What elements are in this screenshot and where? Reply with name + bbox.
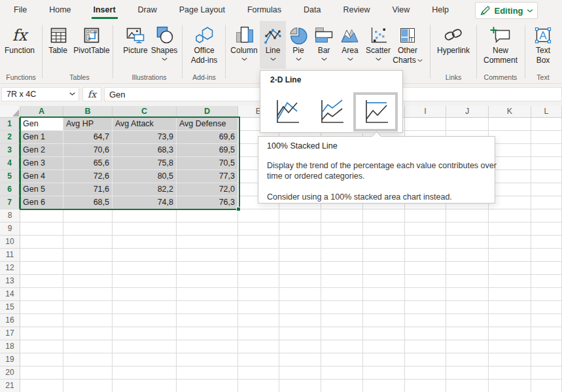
cell-C11[interactable] [113, 249, 177, 262]
cell-K19[interactable] [489, 353, 531, 366]
cell-A3[interactable]: Gen 2 [20, 144, 63, 157]
cell-L1[interactable] [531, 118, 562, 131]
cell-F15[interactable] [279, 301, 321, 314]
cell-I20[interactable] [405, 366, 446, 380]
cell-J9[interactable] [446, 223, 489, 236]
tab-page-layout[interactable]: Page Layout [168, 0, 236, 21]
cell-F21[interactable] [279, 380, 321, 392]
cell-H13[interactable] [363, 275, 405, 288]
cell-G11[interactable] [321, 249, 363, 262]
cell-G16[interactable] [321, 314, 363, 327]
cell-I13[interactable] [405, 275, 446, 288]
cell-B10[interactable] [63, 236, 113, 249]
select-all-corner[interactable] [0, 106, 20, 118]
cell-B9[interactable] [63, 223, 113, 236]
cell-I15[interactable] [405, 301, 446, 314]
cell-D15[interactable] [177, 301, 238, 314]
row-header-1[interactable]: 1 [0, 118, 20, 131]
cell-H16[interactable] [363, 314, 405, 327]
cell-D9[interactable] [177, 223, 238, 236]
cell-C8[interactable] [113, 209, 177, 223]
row-header-8[interactable]: 8 [0, 209, 20, 223]
tab-view[interactable]: View [381, 0, 421, 21]
cell-G15[interactable] [321, 301, 363, 314]
cell-B2[interactable]: 64,7 [63, 131, 113, 144]
ribbon-button-pie[interactable]: Pie [286, 21, 311, 69]
tab-help[interactable]: Help [421, 0, 460, 21]
cell-B16[interactable] [63, 314, 113, 327]
cell-K20[interactable] [489, 366, 531, 380]
column-header-c[interactable]: C [113, 106, 177, 118]
cell-B15[interactable] [63, 301, 113, 314]
row-header-3[interactable]: 3 [0, 144, 20, 157]
cell-F16[interactable] [279, 314, 321, 327]
cell-F17[interactable] [279, 327, 321, 340]
cell-L7[interactable] [531, 196, 562, 209]
row-header-11[interactable]: 11 [0, 249, 20, 262]
cell-J20[interactable] [446, 366, 489, 380]
cell-C13[interactable] [113, 275, 177, 288]
cell-H14[interactable] [363, 288, 405, 301]
cell-A1[interactable]: Gen [20, 118, 63, 131]
cell-F12[interactable] [279, 262, 321, 275]
cell-G18[interactable] [321, 340, 363, 353]
cell-I10[interactable] [405, 236, 446, 249]
cell-G12[interactable] [321, 262, 363, 275]
chart-option-line[interactable] [264, 92, 309, 132]
ribbon-button-function[interactable]: fxFunction [1, 21, 38, 69]
cell-A18[interactable] [20, 340, 63, 353]
cell-B12[interactable] [63, 262, 113, 275]
cell-K8[interactable] [489, 209, 531, 223]
row-header-12[interactable]: 12 [0, 262, 20, 275]
cell-L2[interactable] [531, 131, 562, 144]
cell-J15[interactable] [446, 301, 489, 314]
tab-review[interactable]: Review [332, 0, 381, 21]
cell-L16[interactable] [531, 314, 562, 327]
cell-I11[interactable] [405, 249, 446, 262]
column-header-j[interactable]: J [446, 106, 489, 118]
column-header-k[interactable]: K [489, 106, 531, 118]
cell-D12[interactable] [177, 262, 238, 275]
cell-J12[interactable] [446, 262, 489, 275]
column-header-i[interactable]: I [405, 106, 446, 118]
cell-B20[interactable] [63, 366, 113, 380]
column-header-b[interactable]: B [63, 106, 113, 118]
cell-A17[interactable] [20, 327, 63, 340]
cell-E14[interactable] [238, 288, 279, 301]
cell-B11[interactable] [63, 249, 113, 262]
column-header-a[interactable]: A [20, 106, 63, 118]
cell-A13[interactable] [20, 275, 63, 288]
cell-D1[interactable]: Avg Defense [177, 118, 238, 131]
ribbon-button-office-add-ins[interactable]: OfficeAdd-ins [185, 21, 223, 69]
cell-F18[interactable] [279, 340, 321, 353]
ribbon-button-scatter[interactable]: Scatter [363, 21, 393, 69]
cell-C16[interactable] [113, 314, 177, 327]
cell-D3[interactable]: 69,5 [177, 144, 238, 157]
cell-E12[interactable] [238, 262, 279, 275]
cell-A9[interactable] [20, 223, 63, 236]
cell-C2[interactable]: 73,9 [113, 131, 177, 144]
cell-L19[interactable] [531, 353, 562, 366]
tab-file[interactable]: File [3, 0, 38, 21]
row-header-19[interactable]: 19 [0, 353, 20, 366]
cell-J11[interactable] [446, 249, 489, 262]
cell-A10[interactable] [20, 236, 63, 249]
cell-B1[interactable]: Avg HP [63, 118, 113, 131]
cell-L8[interactable] [531, 209, 562, 223]
cell-J1[interactable] [446, 118, 489, 131]
cell-J8[interactable] [446, 209, 489, 223]
cell-A11[interactable] [20, 249, 63, 262]
cell-K15[interactable] [489, 301, 531, 314]
row-header-16[interactable]: 16 [0, 314, 20, 327]
cell-G17[interactable] [321, 327, 363, 340]
tab-insert[interactable]: Insert [82, 0, 127, 21]
cell-L4[interactable] [531, 157, 562, 170]
cell-C17[interactable] [113, 327, 177, 340]
cell-I9[interactable] [405, 223, 446, 236]
chart-option-100-stacked-line[interactable] [353, 92, 398, 132]
cell-K9[interactable] [489, 223, 531, 236]
cell-E9[interactable] [238, 223, 279, 236]
cell-E21[interactable] [238, 380, 279, 392]
cell-I18[interactable] [405, 340, 446, 353]
name-box[interactable]: 7R x 4C [1, 87, 79, 101]
